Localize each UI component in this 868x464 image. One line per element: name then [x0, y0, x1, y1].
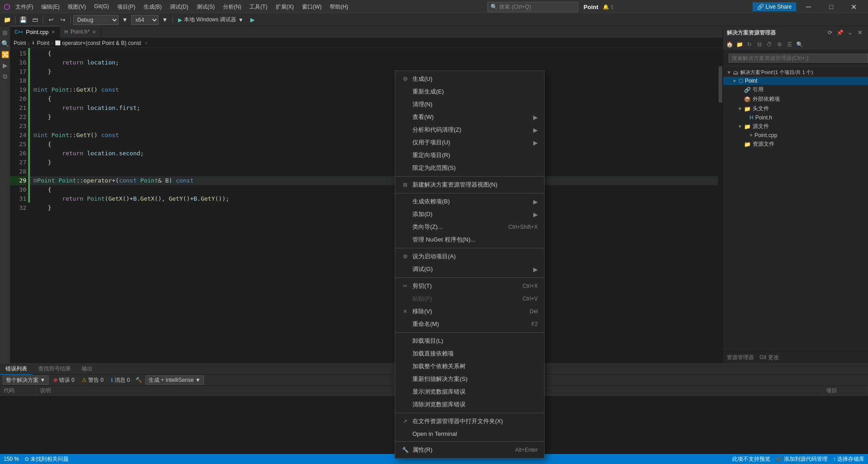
ctx-browse-errors-icon: [402, 388, 409, 395]
ctx-sep-1: [395, 176, 544, 177]
ctx-rename[interactable]: 重命名(M) F2: [395, 318, 544, 331]
ctx-debug-icon: [402, 266, 409, 273]
ctx-properties-icon: 🔧: [402, 446, 409, 454]
ctx-remove-label: 移除(V): [412, 307, 526, 316]
ctx-load-direct[interactable]: 加载直接依赖项: [395, 347, 544, 360]
ctx-rename-icon: [402, 321, 409, 328]
ctx-new-view[interactable]: ⊞ 新建解决方案资源管理器视图(N): [395, 178, 544, 191]
ctx-load-all[interactable]: 加载整个依赖关系树: [395, 360, 544, 373]
ctx-sep-2: [395, 193, 544, 193]
ctx-nuget[interactable]: 管理 NuGet 程序包(N)...: [395, 233, 544, 246]
ctx-project-only-label: 仅用于项目(U): [412, 138, 528, 147]
ctx-load-direct-icon: [402, 350, 409, 357]
ctx-nuget-icon: [402, 236, 409, 243]
ctx-class-wizard-label: 类向导(Z)...: [412, 223, 505, 231]
ctx-rebuild-icon: [402, 88, 409, 95]
ctx-view-icon: [402, 114, 409, 121]
ctx-load-direct-label: 加载直接依赖项: [412, 350, 538, 358]
ctx-build-label: 生成(U): [412, 75, 538, 83]
ctx-retarget[interactable]: 重定向项目(R): [395, 149, 544, 162]
ctx-load-all-label: 加载整个依赖关系树: [412, 362, 538, 370]
ctx-rename-shortcut: F2: [531, 321, 538, 327]
ctx-view-label: 查看(W): [412, 113, 528, 121]
ctx-add[interactable]: 添加(D) ▶: [395, 208, 544, 221]
ctx-rescan-icon: [402, 375, 409, 383]
ctx-view[interactable]: 查看(W) ▶: [395, 111, 544, 123]
ctx-open-terminal-label: Open in Terminal: [412, 430, 538, 437]
ctx-class-wizard[interactable]: 类向导(Z)... Ctrl+Shift+X: [395, 221, 544, 233]
ctx-cut-icon: ✂: [402, 282, 409, 290]
ctx-unload[interactable]: 卸载项目(L): [395, 335, 544, 347]
ctx-rebuild[interactable]: 重新生成(E): [395, 85, 544, 98]
ctx-clean-label: 清理(N): [412, 100, 538, 109]
ctx-new-view-label: 新建解决方案资源管理器视图(N): [412, 181, 538, 189]
ctx-project-only[interactable]: 仅用于项目(U) ▶: [395, 136, 544, 149]
ctx-retarget-icon: [402, 152, 409, 159]
ctx-load-all-icon: [402, 363, 409, 370]
ctx-sep-3: [395, 248, 544, 248]
ctx-rescan[interactable]: 重新扫描解决方案(S): [395, 373, 544, 385]
ctx-open-terminal-icon: [402, 430, 409, 437]
ctx-analyze-arrow: ▶: [533, 127, 538, 133]
ctx-project-only-icon: [402, 139, 409, 146]
ctx-view-arrow: ▶: [533, 114, 538, 121]
ctx-unload-label: 卸载项目(L): [412, 337, 538, 345]
ctx-build-icon: ⚙: [402, 75, 409, 83]
ctx-remove[interactable]: ✕ 移除(V) Del: [395, 305, 544, 318]
ctx-debug-label: 调试(G): [412, 265, 528, 273]
ctx-dep-label: 生成依赖项(B): [412, 197, 528, 206]
ctx-clean-icon: [402, 101, 409, 108]
ctx-sep-5: [395, 332, 544, 333]
ctx-properties-shortcut: Alt+Enter: [515, 447, 538, 453]
ctx-cut-shortcut: Ctrl+X: [522, 283, 538, 289]
ctx-open-folder-label: 在文件资源管理器中打开文件夹(X): [412, 417, 538, 425]
ctx-startup[interactable]: ⚙ 设为启动项目(A): [395, 250, 544, 263]
ctx-startup-icon: ⚙: [402, 253, 409, 260]
ctx-properties-label: 属性(R): [412, 446, 511, 454]
ctx-properties[interactable]: 🔧 属性(R) Alt+Enter: [395, 444, 544, 456]
ctx-sep-6: [395, 413, 544, 413]
ctx-add-label: 添加(D): [412, 210, 528, 218]
ctx-project-only-arrow: ▶: [533, 139, 538, 146]
ctx-paste-label: 粘贴(P): [412, 295, 519, 303]
ctx-open-folder-icon: ↗: [402, 418, 409, 425]
ctx-debug[interactable]: 调试(G) ▶: [395, 263, 544, 276]
ctx-add-icon: [402, 211, 409, 218]
ctx-rescan-label: 重新扫描解决方案(S): [412, 375, 538, 383]
ctx-retarget-label: 重定向项目(R): [412, 151, 538, 159]
ctx-rebuild-label: 重新生成(E): [412, 88, 538, 96]
ctx-paste-shortcut: Ctrl+V: [522, 296, 538, 302]
context-menu: ⚙ 生成(U) 重新生成(E) 清理(N) 查看(W) ▶ 分析和代码清理(Z)…: [395, 70, 545, 459]
ctx-browse-errors[interactable]: 显示浏览数据库错误: [395, 385, 544, 398]
ctx-paste[interactable]: 粘贴(P) Ctrl+V: [395, 292, 544, 305]
ctx-clear-errors[interactable]: 清除浏览数据库错误: [395, 398, 544, 411]
ctx-sep-4: [395, 277, 544, 278]
ctx-rename-label: 重命名(M): [412, 320, 528, 328]
ctx-dep-arrow: ▶: [533, 198, 538, 205]
ctx-scope[interactable]: 限定为此范围(S): [395, 162, 544, 174]
ctx-browse-errors-label: 显示浏览数据库错误: [412, 388, 538, 396]
ctx-analyze-icon: [402, 126, 409, 133]
ctx-class-wizard-shortcut: Ctrl+Shift+X: [508, 224, 538, 230]
ctx-sep-7: [395, 441, 544, 442]
ctx-clean[interactable]: 清理(N): [395, 98, 544, 111]
ctx-analyze[interactable]: 分析和代码清理(Z) ▶: [395, 123, 544, 136]
ctx-build[interactable]: ⚙ 生成(U): [395, 73, 544, 85]
ctx-new-view-icon: ⊞: [402, 181, 409, 188]
ctx-unload-icon: [402, 337, 409, 345]
ctx-dep-icon: [402, 198, 409, 205]
ctx-remove-icon: ✕: [402, 308, 409, 315]
ctx-clear-errors-label: 清除浏览数据库错误: [412, 400, 538, 409]
ctx-dep[interactable]: 生成依赖项(B) ▶: [395, 195, 544, 208]
ctx-startup-label: 设为启动项目(A): [412, 252, 538, 261]
ctx-cut[interactable]: ✂ 剪切(T) Ctrl+X: [395, 280, 544, 292]
ctx-analyze-label: 分析和代码清理(Z): [412, 126, 528, 134]
ctx-open-folder[interactable]: ↗ 在文件资源管理器中打开文件夹(X): [395, 415, 544, 428]
ctx-add-arrow: ▶: [533, 211, 538, 218]
ctx-class-wizard-icon: [402, 223, 409, 231]
ctx-open-terminal[interactable]: Open in Terminal: [395, 428, 544, 439]
ctx-scope-label: 限定为此范围(S): [412, 164, 538, 172]
ctx-remove-shortcut: Del: [530, 308, 538, 315]
ctx-clear-errors-icon: [402, 401, 409, 408]
ctx-scope-icon: [402, 164, 409, 172]
